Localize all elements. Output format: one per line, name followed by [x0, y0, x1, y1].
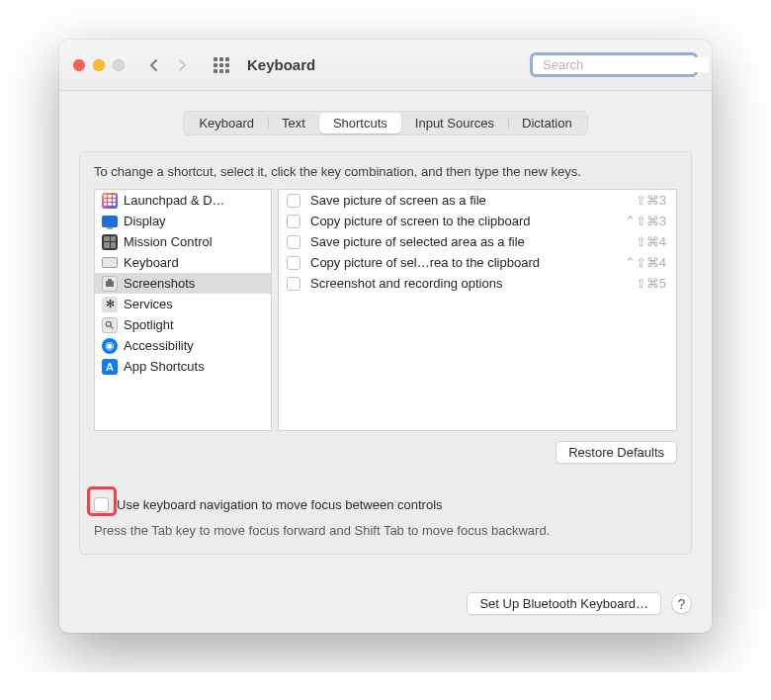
keyboard-nav-sublabel: Press the Tab key to move focus forward … [94, 523, 677, 538]
category-label: Display [124, 214, 166, 228]
shortcut-checkbox[interactable] [287, 277, 300, 291]
category-gear[interactable]: ✻Services [95, 294, 271, 314]
spotlight-icon [102, 317, 118, 333]
shortcut-checkbox[interactable] [287, 194, 300, 208]
shortcut-label: Screenshot and recording options [310, 276, 626, 291]
category-label: Services [124, 297, 173, 311]
keyboard-nav-label: Use keyboard navigation to move focus be… [117, 497, 443, 512]
keyboard-nav-checkbox[interactable] [94, 497, 109, 512]
category-display[interactable]: Display [95, 211, 271, 231]
shortcut-label: Copy picture of screen to the clipboard [310, 214, 615, 228]
shortcut-label: Save picture of screen as a file [310, 193, 626, 208]
category-label: Accessibility [124, 338, 194, 353]
display-icon [102, 214, 118, 229]
gear-icon: ✻ [102, 297, 118, 312]
keyboard-icon [102, 255, 118, 271]
window-controls [73, 59, 125, 71]
category-list[interactable]: Launchpad & D…DisplayMission ControlKeyb… [94, 189, 272, 431]
shortcut-row[interactable]: Copy picture of screen to the clipboard⌃… [279, 211, 676, 231]
svg-line-3 [111, 325, 114, 328]
preferences-window: Keyboard KeyboardTextShortcutsInput Sour… [59, 40, 712, 633]
category-label: App Shortcuts [124, 359, 205, 374]
category-keyboard[interactable]: Keyboard [95, 252, 271, 273]
accessibility-icon: ◉ [102, 338, 118, 354]
mission-icon [102, 234, 118, 250]
shortcut-list[interactable]: Save picture of screen as a file⇧⌘3Copy … [278, 189, 677, 431]
appshortcuts-icon: A [102, 359, 118, 375]
category-label: Keyboard [124, 255, 179, 270]
forward-button [170, 54, 194, 76]
shortcut-keys: ⇧⌘4 [636, 234, 666, 249]
category-spotlight[interactable]: Spotlight [95, 314, 271, 335]
category-mission[interactable]: Mission Control [95, 231, 271, 252]
shortcut-row[interactable]: Screenshot and recording options⇧⌘5 [279, 273, 676, 294]
category-label: Spotlight [124, 317, 174, 332]
shortcut-keys: ⌃⇧⌘3 [625, 214, 666, 228]
shortcut-label: Save picture of selected area as a file [310, 234, 626, 249]
category-accessibility[interactable]: ◉Accessibility [95, 335, 271, 356]
shortcut-keys: ⌃⇧⌘4 [625, 255, 666, 270]
shortcut-keys: ⇧⌘5 [636, 276, 666, 291]
tab-bar: KeyboardTextShortcutsInput SourcesDictat… [79, 111, 692, 135]
shortcut-checkbox[interactable] [287, 215, 300, 228]
keyboard-nav-section: Use keyboard navigation to move focus be… [94, 493, 677, 538]
category-label: Screenshots [124, 276, 195, 291]
footer: Set Up Bluetooth Keyboard… ? [59, 574, 712, 633]
category-appshortcuts[interactable]: AApp Shortcuts [95, 356, 271, 377]
shortcut-keys: ⇧⌘3 [636, 193, 666, 208]
grid-icon [214, 57, 229, 73]
tab-keyboard[interactable]: Keyboard [185, 113, 268, 133]
shortcut-row[interactable]: Copy picture of sel…rea to the clipboard… [279, 252, 676, 273]
instruction-text: To change a shortcut, select it, click t… [94, 164, 677, 179]
screenshot-icon [102, 276, 118, 292]
shortcut-row[interactable]: Save picture of screen as a file⇧⌘3 [279, 190, 676, 211]
category-label: Mission Control [124, 234, 213, 249]
shortcut-checkbox[interactable] [287, 256, 300, 270]
shortcut-row[interactable]: Save picture of selected area as a file⇧… [279, 231, 676, 252]
close-icon[interactable] [73, 59, 85, 71]
tab-shortcuts[interactable]: Shortcuts [319, 113, 401, 133]
tab-text[interactable]: Text [268, 113, 319, 133]
shortcut-checkbox[interactable] [287, 235, 300, 249]
search-field[interactable] [530, 52, 698, 77]
tab-dictation[interactable]: Dictation [508, 113, 586, 133]
show-all-button[interactable] [210, 54, 233, 76]
tab-input-sources[interactable]: Input Sources [401, 113, 508, 133]
restore-defaults-button[interactable]: Restore Defaults [556, 441, 677, 464]
titlebar: Keyboard [59, 40, 712, 91]
minimize-icon[interactable] [93, 59, 105, 71]
category-launchpad[interactable]: Launchpad & D… [95, 190, 271, 211]
window-title: Keyboard [247, 56, 315, 73]
back-button[interactable] [142, 54, 166, 76]
category-screenshot[interactable]: Screenshots [95, 273, 271, 294]
nav-buttons [142, 54, 194, 76]
launchpad-icon [102, 193, 118, 209]
search-input[interactable] [543, 57, 709, 72]
category-label: Launchpad & D… [124, 193, 225, 208]
setup-bluetooth-button[interactable]: Set Up Bluetooth Keyboard… [467, 592, 661, 615]
zoom-icon [113, 59, 125, 71]
help-button[interactable]: ? [671, 593, 692, 614]
shortcuts-panel: To change a shortcut, select it, click t… [79, 151, 692, 555]
shortcut-label: Copy picture of sel…rea to the clipboard [310, 255, 615, 270]
